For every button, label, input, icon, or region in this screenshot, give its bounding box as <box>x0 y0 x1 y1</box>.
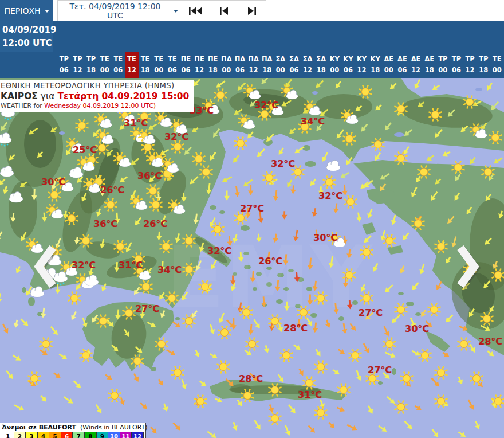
beaufort-scale-cell: 8 <box>85 432 97 438</box>
sun-icon <box>68 291 81 304</box>
pan-right-button[interactable] <box>454 242 483 291</box>
temperature-label: 36°C <box>93 218 117 229</box>
sun-icon <box>470 371 483 385</box>
sun-icon <box>344 195 357 208</box>
timeline-slot[interactable]: ΠΕ06 <box>179 52 193 78</box>
sun-cloud-icon <box>281 84 298 99</box>
sun-icon <box>451 161 464 174</box>
sun-icon <box>155 337 168 350</box>
sun-icon <box>348 349 361 362</box>
sun-icon <box>108 389 121 402</box>
sun-icon <box>27 371 41 385</box>
skip-to-start-icon <box>188 6 203 16</box>
sun-icon <box>411 217 424 230</box>
legend-title: Άνεμοι σε BEAUFORT (Winds in BEAUFORT) <box>2 424 144 431</box>
timeline-slot[interactable]: ΤΕ00 <box>152 52 166 78</box>
sun-icon <box>122 306 135 319</box>
rain-cloud-icon <box>0 133 11 147</box>
sun-icon <box>480 312 493 325</box>
timeline-slot[interactable]: ΣΑ06 <box>288 52 301 78</box>
sun-cloud-icon <box>168 199 185 213</box>
cloud-icon <box>326 161 340 171</box>
temperature-label: 32°C <box>207 245 231 256</box>
sun-icon <box>192 152 205 165</box>
sun-icon <box>418 349 431 362</box>
forecast-timeline: ΤΡ06ΤΡ12ΤΡ18ΤΕ00ΤΕ06ΤΕ12ΤΕ18ΤΕ00ΤΕ06ΠΕ06… <box>0 52 504 78</box>
timeline-slot[interactable]: ΤΕ18 <box>139 52 152 78</box>
timeline-slot[interactable]: ΣΑ00 <box>274 52 288 78</box>
datetime-dropdown-button[interactable]: Τετ. 04/09/2019 12:00 UTC <box>57 0 182 21</box>
sun-icon <box>394 102 407 115</box>
timeline-slot[interactable]: ΣΑ12 <box>301 52 314 78</box>
sun-icon <box>211 222 224 236</box>
temperature-label: 32°C <box>254 100 278 111</box>
sun-icon <box>302 376 316 389</box>
sun-icon <box>434 394 447 408</box>
temperature-label: 31°C <box>124 118 148 128</box>
skip-to-start-button[interactable] <box>182 0 210 21</box>
pan-left-button[interactable] <box>30 242 60 291</box>
timeline-slot[interactable]: ΠΕ18 <box>206 52 220 78</box>
timeline-slot[interactable]: ΤΡ18 <box>477 52 490 78</box>
timeline-slot[interactable]: ΚΥ00 <box>328 52 342 78</box>
beaufort-scale-cell: 12 <box>132 432 143 438</box>
timeline-slot[interactable]: ΔΕ18 <box>423 52 436 78</box>
timeline-slot[interactable]: ΠΕ12 <box>192 52 206 78</box>
sun-icon <box>171 140 184 153</box>
temperature-label: 26°C <box>100 185 124 195</box>
timeline-slot[interactable]: ΠΑ06 <box>233 52 247 78</box>
timeline-slot[interactable]: ΔΕ00 <box>382 52 396 78</box>
beaufort-scale-cell: 2 <box>14 432 26 438</box>
step-forward-button[interactable] <box>238 0 266 21</box>
sun-icon <box>65 212 78 225</box>
region-dropdown-button[interactable]: ΠΕΡΙΟΧΗ <box>0 0 53 21</box>
sun-cloud-icon <box>162 158 179 172</box>
timeline-slot[interactable]: ΚΥ12 <box>355 52 369 78</box>
timeline-slot[interactable]: ΤΕ06 <box>112 52 125 78</box>
timeline-slot[interactable]: ΚΥ18 <box>368 52 382 78</box>
sun-icon <box>489 131 502 144</box>
timeline-slot[interactable]: ΚΥ06 <box>341 52 355 78</box>
timeline-slot[interactable]: ΤΕ00 <box>490 52 504 78</box>
sun-cloud-icon <box>46 204 63 218</box>
timeline-slot[interactable]: ΠΑ00 <box>220 52 234 78</box>
sun-icon <box>337 383 350 396</box>
timeline-slot[interactable]: ΠΑ18 <box>260 52 274 78</box>
temperature-label: 28°C <box>284 323 308 334</box>
sun-icon <box>198 280 211 293</box>
sun-icon <box>262 171 275 184</box>
timeline-slot[interactable]: ΣΑ18 <box>314 52 328 78</box>
sun-icon <box>434 240 447 253</box>
cloud-icon <box>85 275 99 286</box>
sun-icon <box>171 366 184 379</box>
sun-icon <box>268 314 281 327</box>
timeline-slot[interactable]: ΔΕ12 <box>409 52 423 78</box>
timeline-slot[interactable]: ΔΕ06 <box>396 52 410 78</box>
timeline-slot[interactable]: ΤΡ06 <box>57 52 71 78</box>
timeline-slot[interactable]: ΠΑ12 <box>247 52 261 78</box>
beaufort-scale-cell: 3 <box>26 432 38 438</box>
timeline-slot[interactable]: ΤΡ18 <box>84 52 98 78</box>
sun-icon <box>79 349 92 362</box>
sun-icon <box>383 337 396 350</box>
sun-icon <box>165 291 178 304</box>
step-back-button[interactable] <box>210 0 238 21</box>
timeline-slot[interactable]: ΤΡ12 <box>71 52 85 78</box>
timeline-slot[interactable]: ΤΡ06 <box>450 52 463 78</box>
timeline-slot[interactable]: ΤΡ00 <box>436 52 450 78</box>
timeline-slot[interactable]: ΤΕ06 <box>166 52 179 78</box>
forecast-info-box: ΕΘΝΙΚΗ ΜΕΤΕΩΡΟΛΟΓΙΚΗ ΥΠΗΡΕΣΙΑ (HNMS) ΚΑΙ… <box>0 80 194 112</box>
weather-map[interactable]: ΕΜΥ 33°C32°C34°C31°C32°C25°C32°C30°C26°C… <box>0 78 504 438</box>
sun-icon <box>314 291 327 304</box>
sun-icon <box>359 85 372 98</box>
sun-icon <box>268 412 281 425</box>
timeline-slot[interactable]: ΤΕ12 <box>125 52 139 78</box>
hnms-weather-app: ΠΕΡΙΟΧΗ Τετ. 04/09/2019 12:00 UTC <box>0 0 504 438</box>
sun-cloud-icon <box>94 113 112 127</box>
sun-icon <box>371 138 384 151</box>
toolbar: ΠΕΡΙΟΧΗ Τετ. 04/09/2019 12:00 UTC <box>0 0 504 21</box>
timeline-slot[interactable]: ΤΕ00 <box>98 52 112 78</box>
timeline-slot[interactable]: ΤΡ12 <box>463 52 477 78</box>
sun-icon <box>234 136 247 150</box>
beaufort-scale-cell: 11 <box>120 432 132 438</box>
